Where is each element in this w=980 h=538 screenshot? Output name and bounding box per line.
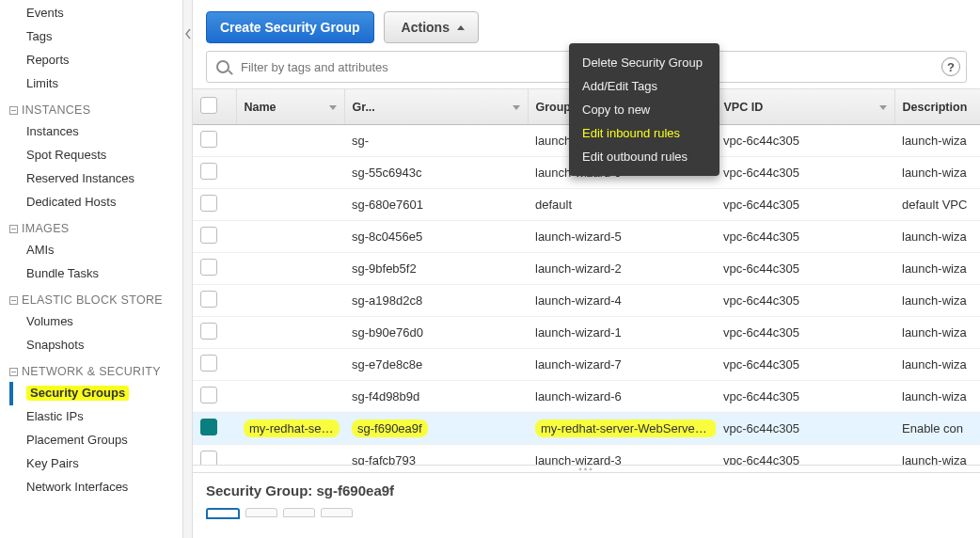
detail-title-prefix: Security Group: [206,483,317,498]
sidebar-item-snapshots[interactable]: Snapshots [9,334,179,357]
sidebar-item-dedicated-hosts[interactable]: Dedicated Hosts [9,191,179,214]
row-checkbox[interactable] [200,259,217,276]
table-row[interactable]: sg-9bfeb5f2launch-wizard-2vpc-6c44c305la… [193,253,980,285]
select-all-checkbox[interactable] [200,97,217,114]
collapse-icon [9,368,18,376]
table-row[interactable]: sg-e7de8c8elaunch-wizard-7vpc-6c44c305la… [193,349,980,381]
row-checkbox[interactable] [200,163,217,180]
sort-caret-icon [879,105,887,110]
sidebar-item-tags[interactable]: Tags [9,25,179,49]
cell-vpc: vpc-6c44c305 [716,381,894,413]
detail-tab-1[interactable] [206,508,240,519]
cell-gid: sg-8c0456e5 [344,221,528,253]
sidebar-item-elastic-ips[interactable]: Elastic IPs [9,405,179,429]
sidebar-pre-items: EventsTagsReportsLimits [9,2,179,96]
cell-name [236,381,344,413]
row-checkbox[interactable] [200,451,217,465]
cell-gid: sg-680e7601 [344,189,528,221]
row-checkbox[interactable] [200,131,217,148]
sidebar-section-elastic-block-store[interactable]: ELASTIC BLOCK STORE [9,286,179,310]
cell-gid: sg- [344,125,528,157]
row-checkbox[interactable] [200,195,217,212]
actions-menu-item-edit-inbound-rules[interactable]: Edit inbound rules [569,121,719,145]
detail-tab-2[interactable] [245,508,277,517]
detail-title-id: sg-f690ea9f [317,483,395,498]
detail-tab-3[interactable] [283,508,315,517]
column-header-group-id[interactable]: Gr... [344,89,528,125]
column-header-checkbox[interactable] [193,89,236,125]
table-row[interactable]: sg-a198d2c8launch-wizard-4vpc-6c44c305la… [193,285,980,317]
detail-title: Security Group: sg-f690ea9f [206,483,967,508]
sidebar-section-network-security[interactable]: NETWORK & SECURITY [9,357,179,382]
cell-vpc: vpc-6c44c305 [716,285,894,317]
sidebar-item-limits[interactable]: Limits [9,72,179,96]
cell-vpc: vpc-6c44c305 [716,125,894,157]
cell-vpc: vpc-6c44c305 [716,349,894,381]
cell-name [236,189,344,221]
sidebar-item-placement-groups[interactable]: Placement Groups [9,429,179,452]
table-row[interactable]: sg-fafcb793launch-wizard-3vpc-6c44c305la… [193,445,980,466]
actions-menu-item-copy-to-new[interactable]: Copy to new [569,98,719,121]
column-header-vpc-id[interactable]: VPC ID [716,89,894,125]
sidebar-section-label: IMAGES [22,222,69,235]
sidebar: EventsTagsReportsLimits INSTANCESInstanc… [0,0,183,538]
cell-gname: launch-wizard-1 [528,317,716,349]
actions-button-label: Actions [402,20,450,35]
help-icon[interactable]: ? [941,57,960,76]
sidebar-item-amis[interactable]: AMIs [9,239,179,262]
column-header-label: Description [903,101,968,114]
pane-resize-handle[interactable]: ▪▪▪ [193,465,980,472]
actions-menu-item-add-edit-tags[interactable]: Add/Edit Tags [569,74,719,98]
row-checkbox[interactable] [200,323,217,340]
search-icon [216,60,229,73]
sidebar-item-instances[interactable]: Instances [9,120,179,144]
collapse-icon [9,225,18,233]
table-row[interactable]: sg-f4d98b9dlaunch-wizard-6vpc-6c44c305la… [193,381,980,413]
sidebar-item-security-groups[interactable]: Security Groups [9,382,179,405]
detail-pane: Security Group: sg-f690ea9f [193,472,980,538]
row-checkbox[interactable] [200,387,217,404]
sidebar-item-events[interactable]: Events [9,2,179,25]
sidebar-item-volumes[interactable]: Volumes [9,310,179,334]
sidebar-section-label: INSTANCES [22,103,90,117]
table-row[interactable]: sg-8c0456e5launch-wizard-5vpc-6c44c305la… [193,221,980,253]
cell-desc: launch-wiza [894,445,980,466]
sidebar-item-spot-requests[interactable]: Spot Requests [9,144,179,167]
cell-gname: default [528,189,716,221]
cell-vpc: vpc-6c44c305 [716,189,894,221]
column-header-description[interactable]: Description [894,89,980,125]
cell-name [236,445,344,466]
detail-tab-4[interactable] [321,508,353,517]
create-security-group-button[interactable]: Create Security Group [206,11,374,43]
row-checkbox[interactable] [200,355,217,372]
actions-button[interactable]: Actions [384,11,479,43]
sidebar-section-instances[interactable]: INSTANCES [9,96,179,120]
cell-gid: sg-a198d2c8 [344,285,528,317]
column-header-label: Name [245,101,277,114]
row-checkbox[interactable] [200,227,217,244]
table-row[interactable]: sg-680e7601defaultvpc-6c44c305default VP… [193,189,980,221]
cell-name [236,157,344,189]
actions-menu-item-edit-outbound-rules[interactable]: Edit outbound rules [569,145,719,168]
sidebar-item-reports[interactable]: Reports [9,49,179,72]
collapse-sidebar-handle[interactable] [183,0,193,538]
actions-dropdown: Delete Security GroupAdd/Edit TagsCopy t… [569,43,719,176]
cell-desc: launch-wiza [894,317,980,349]
table-row[interactable]: my-redhat-se…sg-f690ea9fmy-redhat-server… [193,413,980,445]
sidebar-item-label: Security Groups [26,386,129,401]
cell-vpc: vpc-6c44c305 [716,221,894,253]
cell-vpc: vpc-6c44c305 [716,253,894,285]
sidebar-item-key-pairs[interactable]: Key Pairs [9,452,179,476]
row-checkbox[interactable] [200,291,217,308]
row-checkbox[interactable] [200,419,217,435]
sidebar-item-network-interfaces[interactable]: Network Interfaces [9,476,179,499]
table-row[interactable]: sg-b90e76d0launch-wizard-1vpc-6c44c305la… [193,317,980,349]
sidebar-item-reserved-instances[interactable]: Reserved Instances [9,167,179,191]
column-header-label: Gr... [353,101,375,114]
sidebar-item-bundle-tasks[interactable]: Bundle Tasks [9,262,179,286]
cell-vpc: vpc-6c44c305 [716,157,894,189]
actions-menu-item-delete-security-group[interactable]: Delete Security Group [569,51,719,74]
cell-gid: sg-fafcb793 [344,445,528,466]
sidebar-section-images[interactable]: IMAGES [9,214,179,239]
column-header-name[interactable]: Name [236,89,344,125]
